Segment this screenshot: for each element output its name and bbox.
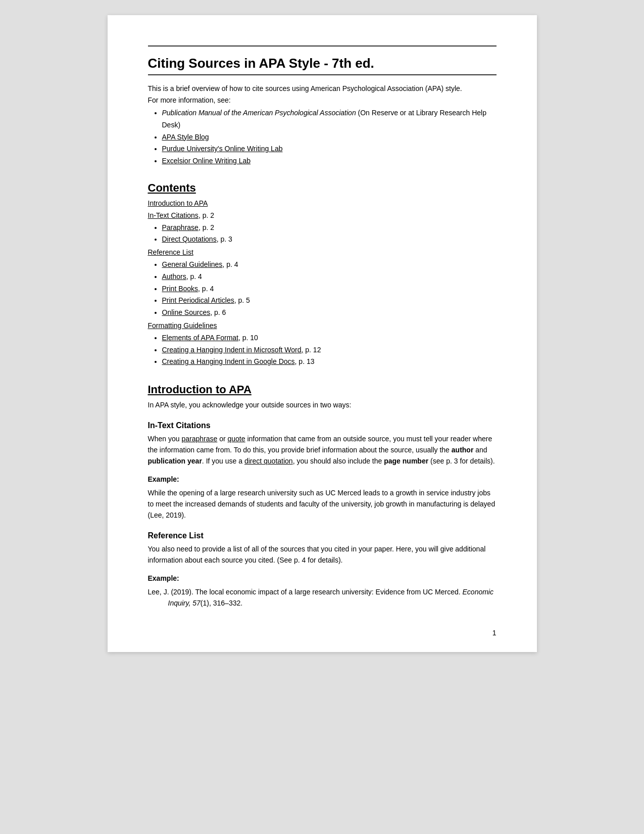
list-item: Elements of APA Format, p. 10 bbox=[162, 332, 497, 344]
toc-hanging-indent-gdocs-link[interactable]: Creating a Hanging Indent in Google Docs bbox=[162, 357, 295, 365]
list-item: Direct Quotations, p. 3 bbox=[162, 234, 497, 246]
list-item: Paraphrase, p. 2 bbox=[162, 222, 497, 234]
publication-year-bold: publication year bbox=[148, 457, 202, 465]
toc-online-sources-link[interactable]: Online Sources bbox=[162, 308, 211, 316]
list-item: Publication Manual of the American Psych… bbox=[162, 107, 497, 131]
list-item: Purdue University's Online Writing Lab bbox=[162, 143, 497, 155]
toc-hanging-indent-word-link[interactable]: Creating a Hanging Indent in Microsoft W… bbox=[162, 346, 304, 354]
document-page: Citing Sources in APA Style - 7th ed. Th… bbox=[108, 15, 537, 652]
toc-paraphrase-link[interactable]: Paraphrase bbox=[162, 223, 199, 231]
in-text-citations-title: In-Text Citations bbox=[148, 421, 497, 430]
toc-print-books-link[interactable]: Print Books bbox=[162, 285, 199, 293]
list-item: Print Books, p. 4 bbox=[162, 283, 497, 295]
paraphrase-link[interactable]: paraphrase bbox=[181, 435, 217, 443]
intro-line2: For more information, see: bbox=[148, 96, 497, 104]
toc-intro-to-apa: Introduction to APA bbox=[148, 198, 497, 210]
list-item: Excelsior Online Writing Lab bbox=[162, 155, 497, 167]
apa-style-blog-link[interactable]: APA Style Blog bbox=[162, 133, 209, 141]
direct-quotation-link[interactable]: direct quotation bbox=[244, 457, 293, 465]
reference-journal-rest: (1), 316–332. bbox=[201, 599, 242, 607]
list-item: Creating a Hanging Indent in Google Docs… bbox=[162, 356, 497, 368]
list-item: General Guidelines, p. 4 bbox=[162, 259, 497, 271]
quote-link[interactable]: quote bbox=[228, 435, 245, 443]
page-number-bold: page number bbox=[384, 457, 428, 465]
reference-entry: Lee, J. (2019). The local economic impac… bbox=[148, 586, 497, 609]
toc-formatting-sublist: Elements of APA Format, p. 10 Creating a… bbox=[148, 332, 497, 368]
top-border bbox=[148, 45, 497, 47]
toc-reference-list: Reference List bbox=[148, 247, 497, 259]
reference-example-label: Example: bbox=[148, 574, 497, 582]
list-item: Online Sources, p. 6 bbox=[162, 307, 497, 319]
intro-line1: This is a brief overview of how to cite … bbox=[148, 83, 497, 94]
pub-manual-italic: Publication Manual of the American Psych… bbox=[162, 109, 356, 117]
intro-to-apa-title: Introduction to APA bbox=[148, 383, 497, 396]
toc-formatting: Formatting Guidelines bbox=[148, 320, 497, 332]
list-item: Authors, p. 4 bbox=[162, 271, 497, 283]
intro-to-apa-body: In APA style, you acknowledge your outsi… bbox=[148, 399, 497, 410]
purdue-owl-link[interactable]: Purdue University's Online Writing Lab bbox=[162, 145, 283, 153]
in-text-example-text: While the opening of a large research un… bbox=[148, 487, 497, 521]
reference-list-body: You also need to provide a list of all o… bbox=[148, 543, 497, 566]
contents-title: Contents bbox=[148, 181, 497, 195]
toc-general-guidelines-link[interactable]: General Guidelines bbox=[162, 260, 223, 268]
toc-print-periodical-link[interactable]: Print Periodical Articles bbox=[162, 296, 234, 304]
toc-intext-link[interactable]: In-Text Citations bbox=[148, 211, 199, 219]
reference-entry-author: Lee, J. (2019). The local economic impac… bbox=[148, 588, 463, 596]
title-divider bbox=[148, 74, 497, 75]
toc-intext-sublist: Paraphrase, p. 2 Direct Quotations, p. 3 bbox=[148, 222, 497, 246]
toc-reference-link[interactable]: Reference List bbox=[148, 248, 193, 256]
toc-intro-link[interactable]: Introduction to APA bbox=[148, 199, 208, 207]
toc-reference-sublist: General Guidelines, p. 4 Authors, p. 4 P… bbox=[148, 259, 497, 319]
reference-list-title: Reference List bbox=[148, 531, 497, 540]
toc-intext: In-Text Citations, p. 2 bbox=[148, 210, 497, 222]
toc-elements-apa-link[interactable]: Elements of APA Format bbox=[162, 334, 238, 342]
toc-authors-link[interactable]: Authors bbox=[162, 272, 186, 281]
main-title: Citing Sources in APA Style - 7th ed. bbox=[148, 56, 497, 71]
author-bold: author bbox=[452, 446, 474, 454]
list-item: Print Periodical Articles, p. 5 bbox=[162, 295, 497, 307]
toc-formatting-link[interactable]: Formatting Guidelines bbox=[148, 321, 217, 330]
list-item: APA Style Blog bbox=[162, 131, 497, 144]
toc-direct-quotations-link[interactable]: Direct Quotations bbox=[162, 235, 217, 243]
in-text-citations-body: When you paraphrase or quote information… bbox=[148, 433, 497, 467]
list-item: Creating a Hanging Indent in Microsoft W… bbox=[162, 344, 497, 356]
intro-list: Publication Manual of the American Psych… bbox=[148, 107, 497, 167]
in-text-example-label: Example: bbox=[148, 475, 497, 483]
page-number: 1 bbox=[492, 629, 497, 637]
excelsior-owl-link[interactable]: Excelsior Online Writing Lab bbox=[162, 157, 251, 165]
